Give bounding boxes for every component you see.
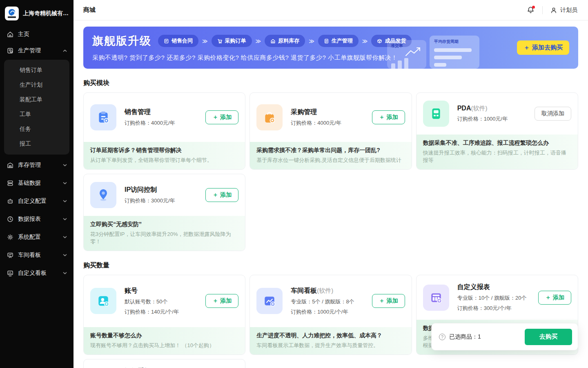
help-circle-icon[interactable] [439,334,445,340]
shopping-bag-icon [256,104,283,130]
selected-items-count: 1 [478,333,481,340]
sidebar-subitem-assembly-orders[interactable]: 装配工单 [4,92,69,107]
chevron-down-icon [62,198,68,204]
upgrade-banner: 旗舰版升级 销售合同 采购订单 [83,27,578,69]
card-title: 账号 [125,287,197,295]
monitor-icon [7,269,14,277]
card-promo: 生产进度不透明、人力难把控，效率低、成本高？ 车间看板展示工单数据，提升生产效率… [250,327,411,355]
add-user-icon [90,288,116,314]
location-pin-icon [90,182,116,208]
chevron-down-icon [62,252,68,258]
home-icon [7,31,14,38]
card-title: 车间看板(软件) [291,287,363,295]
sidebar-subitem-tasks[interactable]: 任务 [4,122,69,137]
cart-bar: 已选商品：1 去购买 [431,323,578,350]
production-submenu: 销售订单 生产计划 装配工单 工单 任务 报工 [4,60,69,155]
chevron-down-icon [62,270,68,276]
arrow-icon [202,37,208,45]
banner-title: 旗舰版升级 [92,34,151,48]
sales-clipboard-icon [90,104,116,130]
sidebar-subitem-sales-orders[interactable]: 销售订单 [4,63,69,78]
plus-icon [212,297,218,305]
warehouse-icon [270,38,276,44]
step-sales-contract: 销售合同 [158,35,198,47]
go-buy-button[interactable]: 去购买 [525,329,572,345]
gear-icon [7,233,14,241]
modules-grid: 销售管理 订购价格：4000元/年 添加 订单延期客诉多？销售管理帮你解决 从订… [83,92,578,251]
cart-icon [217,38,223,44]
card-workshop-board: 车间看板(软件) 专业版：5个 / 旗舰版：8个 订购价格：1000元/个/年 … [249,275,412,355]
sidebar: 上海奇精机械有… 主页 生产管理 销售订单 生产计划 装配工单 工单 任务 报工 [0,0,74,368]
plus-icon [545,294,551,301]
sidebar-subitem-production-plan[interactable]: 生产计划 [4,78,69,92]
page-title: 商城 [83,6,96,14]
add-button[interactable]: 添加 [205,110,238,124]
sidebar-item-basic-data[interactable]: 基础数据 [0,175,74,191]
chevron-down-icon [62,162,68,168]
company-header: 上海奇精机械有… [0,5,74,26]
company-logo-icon [5,7,19,20]
user-icon [550,7,557,14]
card-title: PDA(软件) [457,105,526,112]
chevron-down-icon [62,180,68,186]
add-button[interactable]: 添加 [372,110,405,124]
table-report-icon [423,285,449,311]
document-icon [324,38,329,44]
board-icon [7,251,14,259]
plus-icon [212,114,218,121]
sidebar-subitem-work-orders[interactable]: 工单 [4,107,69,122]
section-title-modules: 购买模块 [83,79,578,88]
chevron-down-icon [62,216,68,222]
shipping-box-icon [377,38,382,44]
user-menu[interactable]: 计划员 [550,7,577,14]
arrow-icon [256,37,261,45]
sidebar-item-inventory[interactable]: 库存管理 [0,157,74,173]
add-button[interactable]: 添加 [205,294,238,308]
plus-icon [379,114,385,121]
contract-icon [164,38,169,44]
step-raw-inventory: 原料库存 [265,35,305,47]
section-title-quantities: 购买数量 [83,261,578,270]
sidebar-item-home[interactable]: 主页 [0,26,74,43]
card-pda: PDA(软件) 订购价格：1000元/年 取消添加 数据采集不准、工序难追踪、报… [416,92,578,170]
card-ip-access-control: IP访问控制 订购价格：3000元/年 添加 立即购买“无感安防” 花3分钟配置… [83,174,245,251]
add-to-buy-button[interactable]: 添加去购买 [517,40,569,55]
workflow-steps: 销售合同 采购订单 原料库存 [158,35,412,47]
sidebar-subitem-work-report[interactable]: 报工 [4,137,69,151]
on-time-rate-chart: 准交率 [387,40,426,69]
notification-bell-icon[interactable] [526,6,535,15]
production-icon [7,47,14,54]
add-button[interactable]: 添加 [205,188,238,202]
user-name: 计划员 [560,7,577,14]
card-promo: 采购需求摸不准？采购单常出问题，库存一团乱? 基于库存水位一键分析采购,灵活自定… [250,142,411,170]
card-smart-board: 智能看板(移动端) 专业版：1个/ 旗舰版：3个 订购价格：1000元/个/年 … [83,359,245,368]
chevron-up-icon [62,48,68,54]
app-window: 上海奇精机械有… 主页 生产管理 销售订单 生产计划 装配工单 工单 任务 报工 [0,0,588,368]
header-divider [542,6,543,14]
card-promo: 立即购买“无感安防” 花3分钟配置IP，让车间效率提升20%，把数据泄露风险降为… [84,216,245,251]
cancel-add-button[interactable]: 取消添加 [535,107,571,121]
sidebar-item-production[interactable]: 生产管理 [0,43,74,59]
sidebar-item-custom-config[interactable]: 自定义配置 [0,193,74,209]
company-name: 上海奇精机械有… [23,10,69,17]
add-button[interactable]: 添加 [538,291,571,305]
sidebar-item-workshop-board[interactable]: 车间看板 [0,247,74,263]
clock-icon [7,215,14,223]
chevron-down-icon [62,234,68,240]
inventory-icon [7,162,14,169]
sidebar-item-data-reports[interactable]: 数据报表 [0,211,74,227]
card-promo: 账号数量不够怎么办 现有账号不够用？点击购买马上增加！ （10个起购） [84,327,245,355]
card-title: 销售管理 [125,108,197,117]
arrow-icon [309,37,314,45]
chart-board-icon [256,288,283,314]
plus-icon [379,297,385,305]
plus-icon [212,191,218,199]
add-button[interactable]: 添加 [372,294,405,308]
sidebar-item-system-config[interactable]: 系统配置 [0,229,74,245]
step-production-mgmt: 生产管理 [318,35,359,47]
sidebar-item-custom-board[interactable]: 自定义看板 [0,265,74,281]
card-title: IP访问控制 [125,186,197,194]
card-promo: 订单延期客诉多？销售管理帮你解决 从订单下单到发货，全链路帮你管理订单每个细节。 [84,142,245,170]
avg-inventory-chart: 平均存货周期 [430,36,479,69]
card-title: 自定义报表 [457,283,530,292]
